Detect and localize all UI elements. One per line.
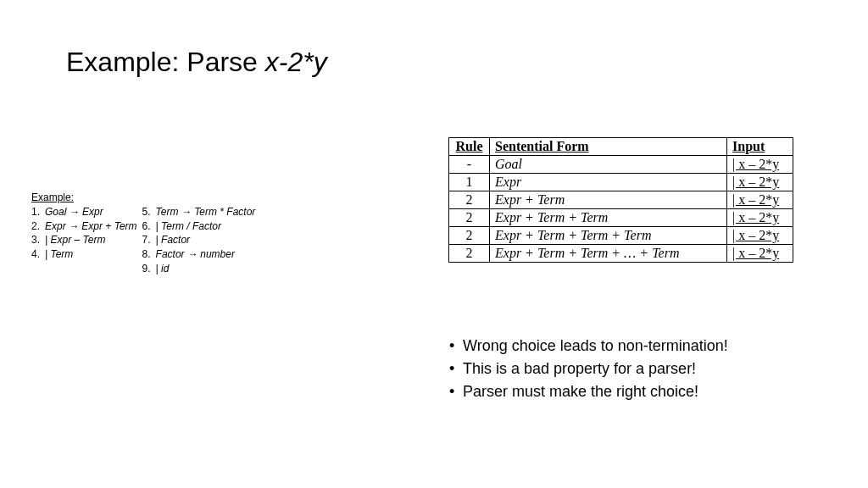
table-row: 2 Expr + Term | x – 2*y bbox=[449, 191, 793, 209]
cell-rule: 1 bbox=[449, 174, 490, 191]
rule-body: Factor → number bbox=[156, 247, 261, 262]
rule-number: 2. bbox=[31, 219, 45, 234]
cell-rule: 2 bbox=[449, 191, 490, 209]
cell-form: Goal bbox=[490, 156, 727, 174]
rule-body: | id bbox=[156, 262, 261, 276]
rule-body: | Expr – Term bbox=[45, 233, 142, 247]
rule-number: 8. bbox=[142, 247, 156, 262]
grammar-row: 1. Goal → Expr 5. Term → Term * Factor bbox=[31, 205, 260, 219]
rule-number: 9. bbox=[142, 262, 156, 276]
cell-rule: 2 bbox=[449, 209, 490, 227]
rule-body bbox=[45, 262, 142, 276]
rule-number: 3. bbox=[31, 233, 45, 247]
rule-number: 4. bbox=[31, 247, 45, 262]
cell-rule: - bbox=[449, 156, 490, 174]
rule-body: | Term bbox=[45, 247, 142, 262]
rule-body: Term → Term * Factor bbox=[156, 205, 261, 219]
cell-input: | x – 2*y bbox=[727, 156, 793, 174]
rule-number: 6. bbox=[142, 219, 156, 234]
cell-form: Expr + Term + Term bbox=[490, 209, 727, 227]
cell-form: Expr + Term + Term + … + Term bbox=[490, 245, 727, 263]
col-header-form: Sentential Form bbox=[490, 138, 727, 156]
rule-number bbox=[31, 262, 45, 276]
rule-number: 5. bbox=[142, 205, 156, 219]
bullet-text: Parser must make the right choice! bbox=[463, 380, 698, 403]
cell-form: Expr + Term + Term + Term bbox=[490, 227, 727, 245]
table-row: 2 Expr + Term + Term + Term | x – 2*y bbox=[449, 227, 793, 245]
rule-number: 7. bbox=[142, 233, 156, 247]
bullet-text: This is a bad property for a parser! bbox=[463, 358, 696, 380]
rule-body: | Term / Factor bbox=[156, 219, 261, 234]
bullet-list: • Wrong choice leads to non-termination!… bbox=[449, 335, 728, 403]
list-item: • Wrong choice leads to non-termination! bbox=[449, 335, 728, 358]
bullet-text: Wrong choice leads to non-termination! bbox=[463, 335, 728, 358]
grammar-row: 4. | Term 8. Factor → number bbox=[31, 247, 260, 262]
grammar-rules-table: 1. Goal → Expr 5. Term → Term * Factor 2… bbox=[31, 205, 260, 276]
grammar-example: Example: 1. Goal → Expr 5. Term → Term *… bbox=[31, 191, 260, 276]
cell-input: | x – 2*y bbox=[727, 209, 793, 227]
cell-input: | x – 2*y bbox=[727, 227, 793, 245]
rule-body: | Factor bbox=[156, 233, 261, 247]
grammar-row: 9. | id bbox=[31, 262, 260, 276]
cell-input: | x – 2*y bbox=[727, 245, 793, 263]
table-row: 2 Expr + Term + Term | x – 2*y bbox=[449, 209, 793, 227]
bullet-icon: • bbox=[449, 335, 463, 358]
grammar-row: 2. Expr → Expr + Term 6. | Term / Factor bbox=[31, 219, 260, 234]
grammar-heading: Example: bbox=[31, 191, 260, 205]
title-prefix: Example: Parse bbox=[66, 47, 265, 77]
cell-input: | x – 2*y bbox=[727, 191, 793, 209]
list-item: • Parser must make the right choice! bbox=[449, 380, 728, 403]
table-header-row: Rule Sentential Form Input bbox=[449, 138, 793, 156]
table-row: 1 Expr | x – 2*y bbox=[449, 174, 793, 191]
bullet-icon: • bbox=[449, 358, 463, 380]
cell-rule: 2 bbox=[449, 245, 490, 263]
list-item: • This is a bad property for a parser! bbox=[449, 358, 728, 380]
rule-body: Goal → Expr bbox=[45, 205, 142, 219]
slide-title: Example: Parse x-2*y bbox=[66, 47, 327, 78]
title-expression: x-2*y bbox=[265, 47, 327, 77]
grammar-row: 3. | Expr – Term 7. | Factor bbox=[31, 233, 260, 247]
parse-trace-table: Rule Sentential Form Input - Goal | x – … bbox=[448, 137, 793, 263]
table-row: - Goal | x – 2*y bbox=[449, 156, 793, 174]
col-header-input: Input bbox=[727, 138, 793, 156]
cell-form: Expr + Term bbox=[490, 191, 727, 209]
col-header-rule: Rule bbox=[449, 138, 490, 156]
cell-form: Expr bbox=[490, 174, 727, 191]
rule-body: Expr → Expr + Term bbox=[45, 219, 142, 234]
bullet-icon: • bbox=[449, 380, 463, 403]
rule-number: 1. bbox=[31, 205, 45, 219]
cell-rule: 2 bbox=[449, 227, 490, 245]
table-row: 2 Expr + Term + Term + … + Term | x – 2*… bbox=[449, 245, 793, 263]
cell-input: | x – 2*y bbox=[727, 174, 793, 191]
